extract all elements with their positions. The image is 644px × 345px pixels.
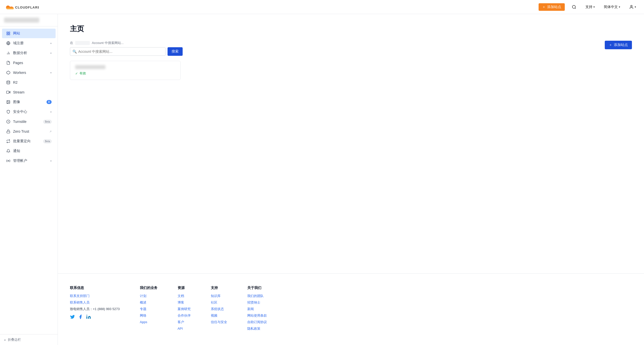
twitter-icon[interactable]	[70, 314, 75, 321]
site-card[interactable]: ✓ 有效	[70, 61, 181, 80]
footer-link-system-status[interactable]: 系统状态	[211, 307, 224, 311]
footer-link-terms[interactable]: 网站使用条款	[247, 314, 267, 317]
svg-point-1	[572, 5, 575, 8]
footer-link-contact-sales[interactable]: 联系销售人员	[70, 301, 90, 304]
bell-icon	[6, 149, 11, 153]
sidebar-item-images[interactable]: 图像 新	[2, 97, 56, 107]
svg-point-22	[87, 315, 87, 316]
svg-marker-13	[7, 71, 10, 74]
turnstile-icon	[6, 119, 11, 124]
footer-col-title: 支持	[211, 286, 227, 290]
search-icon: 🔍	[72, 50, 77, 54]
globe-icon	[6, 41, 11, 45]
topnav-add-site-button[interactable]: ＋ 添加站点	[539, 3, 565, 11]
sidebar-item-label: 图像	[13, 100, 43, 104]
footer-col-title: 我们的业务	[140, 286, 157, 290]
svg-line-2	[575, 8, 576, 9]
search-label: 在 Account 中搜索网站...	[70, 41, 605, 45]
footer-phone: 致电销售人员：+1 (888) 993 5273	[70, 307, 120, 311]
footer-col-business: 我们的业务 计划 概述 专题 网络 Apps	[140, 286, 157, 333]
cloudflare-logo-icon: CLOUDFLARE	[6, 3, 39, 11]
beta-badge: Beta	[43, 120, 52, 124]
svg-rect-4	[7, 32, 8, 33]
footer-link-overview[interactable]: 概述	[140, 301, 146, 304]
sidebar-item-pages[interactable]: Pages	[2, 58, 56, 68]
svg-marker-15	[9, 91, 10, 93]
sidebar-item-security[interactable]: 安全中心 ▾	[2, 107, 56, 117]
footer-link-trust-security[interactable]: 信任与安全	[211, 320, 227, 324]
image-icon	[6, 100, 11, 104]
account-badge	[75, 41, 90, 45]
add-site-btn-label: 添加站点	[614, 43, 628, 47]
footer-link-docs[interactable]: 文档	[178, 294, 184, 298]
sidebar: 网站 域注册 ▾	[0, 14, 58, 345]
topnav-search-button[interactable]	[570, 4, 578, 10]
topnav-user-button[interactable]: ▾	[627, 4, 638, 10]
footer-link-news[interactable]: 新闻	[247, 307, 254, 311]
footer-col-resources: 资源 文档 博客 案例研究 合作伙伴 客户 API	[178, 286, 191, 333]
footer-link-privacy[interactable]: 隐私政策	[247, 327, 260, 330]
topnav: CLOUDFLARE ＋ 添加站点 支持 简体中文 ▾	[0, 0, 644, 14]
sidebar-item-label: Zero Trust	[13, 129, 47, 133]
search-button[interactable]: 搜索	[168, 47, 183, 56]
footer-link-network[interactable]: 网络	[140, 314, 146, 317]
footer-col-title: 资源	[178, 286, 191, 290]
sidebar-collapse-button[interactable]: « 折叠边栏	[4, 337, 21, 342]
sidebar-item-stream[interactable]: Stream	[2, 87, 56, 97]
topnav-language-button[interactable]: 简体中文	[602, 4, 622, 10]
linkedin-icon[interactable]	[86, 314, 91, 321]
sidebar-item-label: Workers	[13, 71, 48, 75]
logo[interactable]: CLOUDFLARE	[6, 3, 39, 11]
footer: 联系信息 联系支持部门 联系销售人员 致电销售人员：+1 (888) 993 5…	[58, 273, 644, 345]
footer-link-plans[interactable]: 计划	[140, 294, 146, 298]
footer-link-blog[interactable]: 博客	[178, 301, 184, 304]
svg-rect-16	[7, 91, 9, 93]
sidebar-item-manage-account[interactable]: 管理帐户 ▾	[2, 156, 56, 166]
footer-link-careers[interactable]: 招贤纳士	[247, 301, 260, 304]
svg-point-18	[8, 101, 8, 102]
footer-link-subscription[interactable]: 自助订阅协议	[247, 320, 267, 324]
site-status-label: 有效	[79, 71, 86, 76]
sidebar-item-label: 批量重定向	[13, 139, 40, 143]
add-site-button[interactable]: ＋ 添加站点	[605, 41, 632, 49]
sidebar-account	[0, 14, 58, 26]
sidebar-item-sites[interactable]: 网站	[2, 29, 56, 38]
sidebar-item-turnstile[interactable]: Turnstile Beta	[2, 117, 56, 126]
footer-link-case-studies[interactable]: 案例研究	[178, 307, 191, 311]
sidebar-item-label: Stream	[13, 90, 52, 94]
search-input-wrap: 🔍	[70, 47, 166, 56]
footer-link-api[interactable]: API	[178, 327, 183, 330]
facebook-icon[interactable]	[78, 314, 83, 321]
footer-link-community[interactable]: 社区	[211, 301, 217, 304]
social-icons	[70, 314, 120, 321]
sidebar-item-zero-trust[interactable]: Zero Trust ↗	[2, 127, 56, 136]
sidebar-item-analytics[interactable]: 数据分析 ▾	[2, 48, 56, 58]
main-content: 主页 在 Account 中搜索网站... 🔍	[58, 14, 644, 345]
sidebar-item-label: Turnstile	[13, 120, 40, 124]
sidebar-item-domain-reg[interactable]: 域注册 ▾	[2, 38, 56, 48]
account-name-blur	[4, 18, 39, 23]
footer-link-special[interactable]: 专题	[140, 307, 146, 311]
sidebar-item-workers[interactable]: Workers ▾	[2, 68, 56, 77]
footer-col-title: 联系信息	[70, 286, 120, 290]
lock-icon	[6, 129, 11, 134]
footer-link-knowledge-base[interactable]: 知识库	[211, 294, 221, 298]
add-site-label: 添加站点	[547, 5, 561, 9]
site-name-blur	[75, 65, 105, 69]
chevron-down-icon: ▾	[50, 160, 52, 162]
footer-link-partners[interactable]: 合作伙伴	[178, 314, 191, 317]
sidebar-item-r2[interactable]: R2	[2, 78, 56, 87]
search-section: 在 Account 中搜索网站... 🔍 搜索	[70, 41, 605, 80]
sidebar-item-bulk-redirect[interactable]: 批量重定向 Beta	[2, 136, 56, 146]
footer-link-apps[interactable]: Apps	[140, 320, 147, 324]
footer-link-videos[interactable]: 视频	[211, 314, 217, 317]
footer-link-contact-support[interactable]: 联系支持部门	[70, 294, 90, 298]
footer-link-customers[interactable]: 客户	[178, 320, 184, 324]
footer-inner: 联系信息 联系支持部门 联系销售人员 致电销售人员：+1 (888) 993 5…	[70, 286, 632, 333]
footer-link-our-team[interactable]: 我们的团队	[247, 294, 264, 298]
sidebar-item-notify[interactable]: 通知	[2, 146, 56, 156]
topnav-support-button[interactable]: 支持	[583, 4, 597, 10]
sidebar-item-label: 安全中心	[13, 110, 48, 114]
search-input[interactable]	[70, 47, 166, 56]
shield-icon	[6, 110, 11, 114]
